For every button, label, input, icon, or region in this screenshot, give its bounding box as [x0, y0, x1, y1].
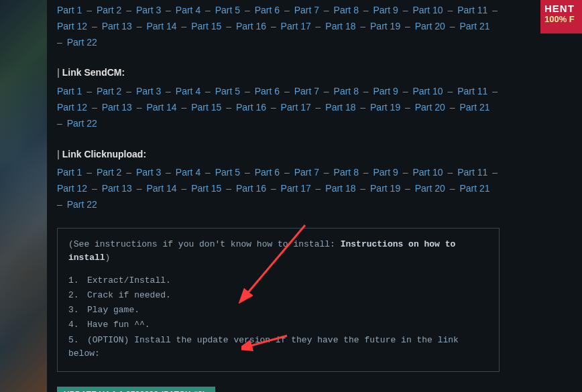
background-artwork: [0, 0, 47, 392]
part-link[interactable]: Part 18: [325, 183, 355, 194]
instructions-prefix: (See instructions if you don't know how …: [68, 239, 341, 249]
part-link[interactable]: Part 13: [102, 183, 132, 194]
part-link[interactable]: Part 20: [415, 183, 445, 194]
part-link[interactable]: Part 21: [459, 21, 489, 31]
part-link[interactable]: Part 4: [176, 86, 200, 96]
separator: –: [202, 5, 213, 15]
part-link[interactable]: Part 14: [146, 183, 176, 194]
separator: –: [400, 167, 411, 178]
part-link[interactable]: Part 2: [97, 167, 121, 178]
instruction-step: Have fun ^^.: [68, 318, 488, 332]
separator: –: [445, 167, 456, 178]
part-link[interactable]: Part 3: [136, 167, 161, 178]
part-link[interactable]: Part 20: [415, 102, 445, 113]
part-link[interactable]: Part 2: [97, 86, 121, 96]
instruction-step: (OPTION) Install the update version if t…: [68, 334, 488, 361]
part-link[interactable]: Part 7: [294, 167, 319, 178]
part-link[interactable]: Part 6: [255, 167, 280, 178]
part-link[interactable]: Part 5: [215, 5, 240, 15]
separator: –: [179, 183, 190, 194]
part-link[interactable]: Part 17: [281, 183, 311, 194]
part-link[interactable]: Part 19: [370, 183, 400, 194]
separator: –: [282, 167, 292, 178]
part-link[interactable]: Part 8: [334, 5, 359, 15]
part-link[interactable]: Part 9: [373, 167, 398, 178]
ad-text-1: HENT: [544, 3, 578, 14]
part-link[interactable]: Part 16: [236, 183, 266, 194]
part-link[interactable]: Part 21: [459, 183, 489, 194]
part-link[interactable]: Part 21: [459, 102, 489, 113]
part-link[interactable]: Part 18: [325, 21, 355, 31]
separator: –: [202, 86, 213, 96]
part-links-row: Part 1 – Part 2 – Part 3 – Part 4 – Part…: [57, 3, 500, 50]
separator: –: [321, 86, 332, 96]
part-link[interactable]: Part 20: [415, 21, 445, 31]
part-link[interactable]: Part 6: [255, 86, 280, 96]
part-link[interactable]: Part 15: [191, 102, 221, 113]
instruction-step: Crack if needed.: [68, 289, 488, 302]
part-link[interactable]: Part 9: [373, 86, 398, 96]
part-link[interactable]: Part 14: [146, 102, 176, 113]
separator: –: [445, 86, 456, 96]
part-link[interactable]: Part 5: [215, 86, 240, 96]
part-link[interactable]: Part 4: [176, 5, 200, 15]
separator: –: [163, 86, 174, 96]
part-link[interactable]: Part 12: [57, 183, 87, 194]
part-link[interactable]: Part 13: [102, 21, 132, 31]
part-link[interactable]: Part 15: [191, 21, 221, 31]
part-link[interactable]: Part 11: [457, 86, 487, 96]
part-link[interactable]: Part 8: [334, 167, 359, 178]
separator: –: [89, 102, 100, 113]
part-link[interactable]: Part 13: [102, 102, 132, 113]
part-link[interactable]: Part 22: [67, 199, 97, 210]
part-link[interactable]: Part 16: [236, 102, 266, 113]
separator: –: [402, 21, 413, 31]
part-link[interactable]: Part 19: [370, 102, 400, 113]
part-link[interactable]: Part 3: [136, 5, 161, 15]
part-link[interactable]: Part 1: [57, 167, 82, 178]
instruction-step: Play game.: [68, 304, 488, 317]
part-link[interactable]: Part 11: [457, 5, 487, 15]
part-link[interactable]: Part 8: [334, 86, 359, 96]
part-link[interactable]: Part 14: [146, 21, 176, 31]
separator: –: [313, 183, 324, 194]
part-link[interactable]: Part 10: [412, 167, 443, 178]
part-link[interactable]: Part 15: [191, 183, 221, 194]
part-link[interactable]: Part 17: [281, 102, 311, 113]
part-link[interactable]: Part 12: [57, 21, 87, 31]
part-link[interactable]: Part 11: [457, 167, 487, 178]
part-link[interactable]: Part 7: [294, 86, 319, 96]
part-link[interactable]: Part 1: [57, 86, 82, 96]
separator: –: [361, 86, 371, 96]
instructions-list: Extract/Install.Crack if needed.Play gam…: [68, 274, 488, 361]
part-link[interactable]: Part 10: [412, 5, 443, 15]
part-link[interactable]: Part 1: [57, 5, 82, 15]
part-link[interactable]: Part 3: [136, 86, 161, 96]
part-link[interactable]: Part 18: [325, 102, 355, 113]
part-link[interactable]: Part 17: [281, 21, 311, 31]
part-link[interactable]: Part 22: [67, 37, 97, 48]
part-link[interactable]: Part 7: [294, 5, 319, 15]
part-link[interactable]: Part 12: [57, 102, 87, 113]
part-link[interactable]: Part 16: [236, 21, 266, 31]
part-link[interactable]: Part 2: [97, 5, 121, 15]
separator: –: [357, 102, 368, 113]
part-link[interactable]: Part 4: [176, 167, 200, 178]
part-link[interactable]: Part 9: [373, 5, 398, 15]
part-link[interactable]: Part 19: [370, 21, 400, 31]
separator: –: [282, 86, 292, 96]
separator: –: [163, 167, 174, 178]
separator: –: [84, 5, 95, 15]
separator: –: [489, 86, 498, 96]
part-link[interactable]: Part 10: [412, 86, 443, 96]
separator: –: [282, 5, 292, 15]
separator: –: [57, 118, 65, 129]
part-link[interactable]: Part 22: [67, 118, 97, 129]
sidebar-ad[interactable]: HENT 100% F: [540, 0, 582, 34]
link-group: Part 1 – Part 2 – Part 3 – Part 4 – Part…: [57, 3, 500, 50]
part-link[interactable]: Part 6: [255, 5, 280, 15]
part-links-row: Part 1 – Part 2 – Part 3 – Part 4 – Part…: [57, 165, 500, 212]
separator: –: [361, 5, 371, 15]
part-link[interactable]: Part 5: [215, 167, 240, 178]
separator: –: [242, 5, 253, 15]
